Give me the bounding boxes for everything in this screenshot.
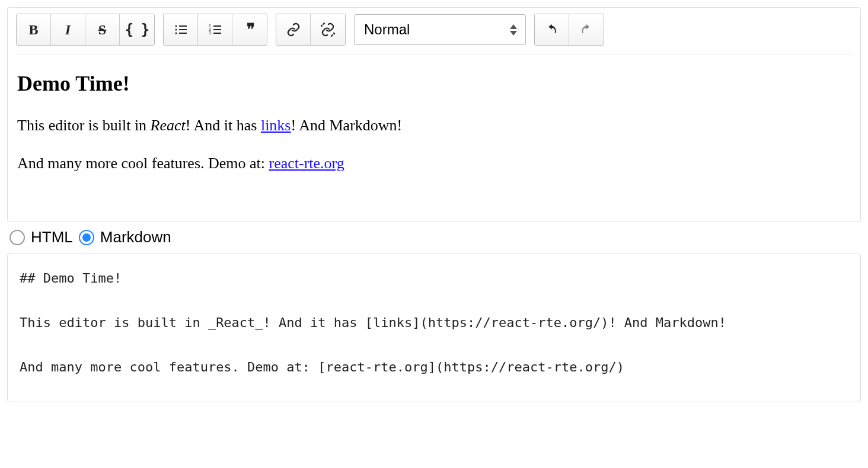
history-group xyxy=(534,14,604,46)
redo-button[interactable] xyxy=(569,14,604,45)
bold-icon: B xyxy=(28,23,38,37)
link-button[interactable] xyxy=(276,14,311,45)
radio-html[interactable] xyxy=(9,230,25,245)
list-bullets-icon xyxy=(174,23,188,37)
svg-text:3: 3 xyxy=(209,31,211,35)
svg-marker-16 xyxy=(510,24,517,29)
code-icon: { } xyxy=(125,23,149,37)
svg-marker-17 xyxy=(510,31,517,36)
svg-line-14 xyxy=(331,35,333,36)
radio-markdown[interactable] xyxy=(79,230,94,245)
unlink-icon xyxy=(321,23,335,37)
toolbar-divider xyxy=(16,54,852,55)
content-paragraph-2[interactable]: And many more cool features. Demo at: re… xyxy=(17,152,851,175)
list-numbers-icon: 1 2 3 xyxy=(208,23,222,37)
content-link-links[interactable]: links xyxy=(261,117,291,134)
content-paragraph-1[interactable]: This editor is built in React! And it ha… xyxy=(17,114,851,137)
block-style-group: 1 2 3 ❞ xyxy=(163,14,267,46)
source-panel: ## Demo Time! This editor is built in _R… xyxy=(7,254,861,402)
svg-point-4 xyxy=(175,33,177,34)
redo-icon xyxy=(579,23,593,37)
unordered-list-button[interactable] xyxy=(164,14,198,45)
svg-point-0 xyxy=(175,25,177,27)
bold-button[interactable]: B xyxy=(17,14,51,45)
undo-icon xyxy=(545,23,559,37)
unlink-button[interactable] xyxy=(311,14,345,45)
editor-content[interactable]: Demo Time! This editor is built in React… xyxy=(16,57,852,213)
quote-icon: ❞ xyxy=(247,25,253,34)
svg-point-2 xyxy=(175,29,177,31)
svg-line-13 xyxy=(321,25,323,26)
undo-button[interactable] xyxy=(535,14,569,45)
blockquote-button[interactable]: ❞ xyxy=(232,14,267,45)
ordered-list-button[interactable]: 1 2 3 xyxy=(198,14,232,45)
select-arrows-icon xyxy=(510,24,517,36)
editor-panel: B I S { } 1 2 3 ❞ xyxy=(7,7,861,222)
italic-button[interactable]: I xyxy=(51,14,85,45)
svg-line-15 xyxy=(334,33,335,34)
italic-icon: I xyxy=(65,23,71,37)
code-button[interactable]: { } xyxy=(120,14,154,45)
link-group xyxy=(276,14,346,46)
radio-html-label: HTML xyxy=(31,228,73,246)
toolbar: B I S { } 1 2 3 ❞ xyxy=(16,14,852,46)
block-type-select[interactable]: Normal xyxy=(354,14,526,45)
content-heading[interactable]: Demo Time! xyxy=(17,68,851,101)
block-type-value: Normal xyxy=(364,21,410,38)
inline-style-group: B I S { } xyxy=(16,14,155,46)
strikethrough-icon: S xyxy=(98,23,106,37)
strikethrough-button[interactable]: S xyxy=(85,14,120,45)
source-textarea[interactable]: ## Demo Time! This editor is built in _R… xyxy=(20,267,848,378)
radio-markdown-label: Markdown xyxy=(100,228,171,246)
content-link-site[interactable]: react-rte.org xyxy=(269,155,344,172)
link-icon xyxy=(286,23,301,37)
output-format-row: HTML Markdown xyxy=(7,222,861,254)
svg-line-12 xyxy=(323,23,324,24)
